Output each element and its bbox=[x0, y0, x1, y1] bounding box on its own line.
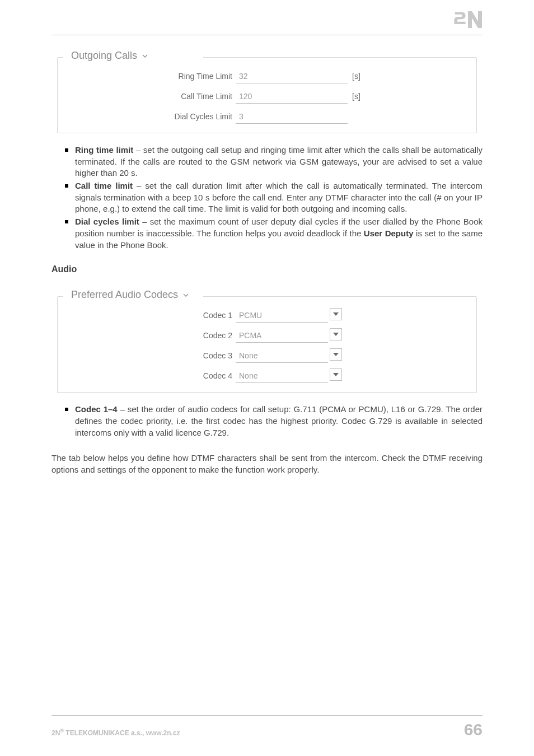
bullet-text: – set the call duration limit after whic… bbox=[75, 181, 483, 213]
dropdown-button[interactable] bbox=[330, 328, 342, 340]
audio-heading: Audio bbox=[51, 264, 483, 274]
outgoing-calls-group: Outgoing Calls Ring Time Limit [s] Call … bbox=[57, 58, 477, 133]
page-footer: 2N® TELEKOMUNIKACE a.s., www.2n.cz 66 bbox=[51, 711, 483, 739]
codec3-select[interactable]: None bbox=[236, 348, 328, 363]
outgoing-calls-legend[interactable]: Outgoing Calls bbox=[68, 50, 151, 62]
chevron-down-icon bbox=[183, 291, 189, 299]
unit-label: [s] bbox=[352, 72, 360, 81]
dropdown-button[interactable] bbox=[330, 308, 342, 320]
brand-logo bbox=[453, 11, 483, 30]
header-divider bbox=[51, 35, 483, 35]
bullet-term: Dial cycles limit bbox=[75, 217, 139, 226]
field-label: Codec 4 bbox=[68, 371, 236, 380]
ring-time-limit-row: Ring Time Limit [s] bbox=[68, 69, 466, 83]
caret-down-icon bbox=[333, 373, 339, 376]
dial-cycles-limit-input[interactable] bbox=[236, 109, 348, 124]
chevron-down-icon bbox=[142, 52, 148, 60]
codec4-select[interactable]: None bbox=[236, 368, 328, 383]
caret-down-icon bbox=[333, 312, 339, 316]
bullet-item: Dial cycles limit – set the maximum coun… bbox=[67, 216, 483, 251]
field-label: Codec 2 bbox=[68, 331, 236, 340]
caret-down-icon bbox=[333, 353, 339, 356]
codec2-row: Codec 2 PCMA bbox=[68, 328, 466, 343]
bullet-text: – set the outgoing call setup and ringin… bbox=[75, 145, 483, 178]
codec2-select[interactable]: PCMA bbox=[236, 328, 328, 343]
bullet-term2: User Deputy bbox=[364, 228, 414, 238]
ring-time-limit-input[interactable] bbox=[236, 69, 348, 83]
page-number: 66 bbox=[464, 720, 483, 739]
unit-label: [s] bbox=[352, 92, 360, 101]
codec4-row: Codec 4 None bbox=[68, 368, 466, 383]
codec3-row: Codec 3 None bbox=[68, 348, 466, 363]
bullet-term: Ring time limit bbox=[75, 145, 133, 155]
field-label: Codec 3 bbox=[68, 351, 236, 360]
bullet-item: Codec 1–4 – set the order of audio codec… bbox=[67, 404, 483, 438]
field-label: Ring Time Limit bbox=[68, 72, 236, 81]
bullet-item: Call time limit – set the call duration … bbox=[67, 180, 483, 215]
field-label: Dial Cycles Limit bbox=[68, 112, 236, 121]
footer-rest: TELEKOMUNIKACE a.s., www.2n.cz bbox=[64, 729, 180, 737]
select-value: PCMU bbox=[239, 311, 262, 320]
bullet-term: Call time limit bbox=[75, 181, 133, 190]
bullet-text: – set the order of audio codecs for call… bbox=[75, 404, 483, 437]
codec1-row: Codec 1 PCMU bbox=[68, 308, 466, 323]
footer-prefix: 2N bbox=[51, 729, 60, 737]
call-time-limit-row: Call Time Limit [s] bbox=[68, 89, 466, 104]
footer-company: 2N® TELEKOMUNIKACE a.s., www.2n.cz bbox=[51, 728, 180, 737]
audio-codecs-group: Preferred Audio Codecs Codec 1 PCMU Code… bbox=[57, 297, 477, 393]
field-label: Codec 1 bbox=[68, 311, 236, 320]
field-label: Call Time Limit bbox=[68, 92, 236, 101]
dtmf-paragraph: The tab below helps you define how DTMF … bbox=[51, 452, 483, 475]
dropdown-button[interactable] bbox=[330, 368, 342, 381]
dial-cycles-limit-row: Dial Cycles Limit bbox=[68, 109, 466, 124]
legend-text: Outgoing Calls bbox=[71, 50, 137, 61]
call-time-limit-input[interactable] bbox=[236, 89, 348, 104]
audio-codecs-legend[interactable]: Preferred Audio Codecs bbox=[68, 289, 192, 301]
codec1-select[interactable]: PCMU bbox=[236, 308, 328, 323]
outgoing-bullets: Ring time limit – set the outgoing call … bbox=[51, 144, 483, 251]
bullet-item: Ring time limit – set the outgoing call … bbox=[67, 144, 483, 179]
select-value: PCMA bbox=[239, 331, 261, 340]
footer-divider bbox=[51, 715, 483, 716]
bullet-term: Codec 1–4 bbox=[75, 404, 118, 414]
codec-bullets: Codec 1–4 – set the order of audio codec… bbox=[51, 404, 483, 438]
legend-text: Preferred Audio Codecs bbox=[71, 289, 178, 300]
dropdown-button[interactable] bbox=[330, 348, 342, 361]
select-value: None bbox=[239, 371, 257, 380]
caret-down-icon bbox=[333, 333, 339, 336]
footer-registered: ® bbox=[60, 728, 64, 734]
select-value: None bbox=[239, 351, 257, 360]
